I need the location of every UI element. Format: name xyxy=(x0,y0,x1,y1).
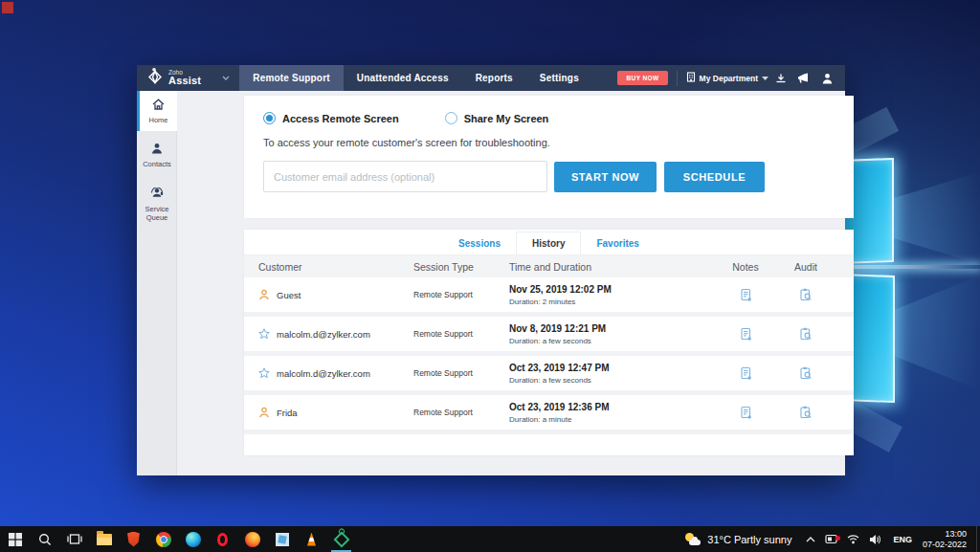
firefox-icon[interactable] xyxy=(237,526,267,552)
show-desktop-button[interactable] xyxy=(976,526,980,552)
table-row[interactable]: malcolm.d@zylker.com Remote Support Oct … xyxy=(244,356,854,395)
volume-icon[interactable] xyxy=(864,534,886,545)
app-main: Access Remote Screen Share My Screen To … xyxy=(177,91,845,475)
caret-down-icon xyxy=(762,77,768,80)
brave-icon[interactable] xyxy=(119,526,148,552)
start-now-button[interactable]: START NOW xyxy=(554,162,657,192)
clock[interactable]: 13:00 07-02-2022 xyxy=(919,529,976,550)
customer-name: malcolm.d@zylker.com xyxy=(277,368,370,379)
tab-unattended-access[interactable]: Unattended Access xyxy=(344,65,462,91)
department-dropdown[interactable]: My Department xyxy=(686,72,768,84)
photos-icon[interactable] xyxy=(267,526,297,552)
tray-date: 07-02-2022 xyxy=(923,540,967,549)
table-row[interactable]: Guest Remote Support Nov 25, 2019 12:02 … xyxy=(244,277,854,317)
home-icon xyxy=(152,97,165,114)
notes-icon[interactable] xyxy=(719,366,772,380)
recording-indicator xyxy=(2,2,13,13)
start-button[interactable] xyxy=(0,526,30,552)
windows-logo-centerline xyxy=(838,265,980,269)
audit-icon[interactable] xyxy=(772,366,839,380)
chrome-icon[interactable] xyxy=(148,526,178,552)
session-panel: Access Remote Screen Share My Screen To … xyxy=(244,96,854,218)
notes-icon[interactable] xyxy=(719,288,772,301)
contacts-icon xyxy=(151,141,163,158)
nav-tabs: Remote Support Unattended Access Reports… xyxy=(239,65,592,91)
brand[interactable]: Zoho Assist xyxy=(137,65,209,91)
notification-badge xyxy=(835,536,840,541)
radio-selected-icon[interactable] xyxy=(263,112,276,124)
customer-email-input[interactable] xyxy=(263,161,547,192)
download-icon[interactable] xyxy=(770,73,791,84)
session-duration: Duration: 2 minutes xyxy=(509,297,719,308)
opera-icon[interactable] xyxy=(208,526,237,552)
task-view-icon[interactable] xyxy=(59,526,89,552)
customer-name: malcolm.d@zylker.com xyxy=(277,329,370,340)
person-icon xyxy=(258,407,270,418)
language-indicator[interactable]: ENG xyxy=(886,535,919,544)
edge-icon[interactable] xyxy=(178,526,208,552)
tab-settings[interactable]: Settings xyxy=(526,65,592,91)
radio-unselected-icon[interactable] xyxy=(445,112,457,124)
session-time: Nov 8, 2019 12:21 PM xyxy=(509,321,719,336)
history-panel: Sessions History Favorites Customer Sess… xyxy=(244,230,854,455)
tray-expand-chevron[interactable] xyxy=(801,537,820,542)
session-type: Remote Support xyxy=(413,290,509,299)
session-type: Remote Support xyxy=(413,329,509,339)
table-row[interactable]: malcolm.d@zylker.com Remote Support Nov … xyxy=(244,317,854,356)
service-queue-icon xyxy=(150,186,164,203)
search-icon[interactable] xyxy=(30,526,59,552)
sidebar-item-label: Service Queue xyxy=(138,205,176,223)
column-customer: Customer xyxy=(258,261,413,273)
star-icon[interactable] xyxy=(258,328,270,340)
sidebar-item-service-queue[interactable]: Service Queue xyxy=(137,180,177,230)
weather-widget[interactable]: 31°C Partly sunny xyxy=(675,533,801,545)
session-duration: Duration: a few seconds xyxy=(509,336,719,347)
notes-icon[interactable] xyxy=(719,327,772,341)
zoho-assist-window: Zoho Assist Remote Support Unattended Ac… xyxy=(137,65,845,475)
tab-history[interactable]: History xyxy=(516,232,581,254)
audit-icon[interactable] xyxy=(772,327,839,341)
zoho-assist-logo-icon xyxy=(146,68,164,89)
table-header: Customer Session Type Time and Duration … xyxy=(244,255,854,277)
chevron-down-icon[interactable] xyxy=(222,65,230,91)
buy-now-button[interactable]: BUY NOW xyxy=(617,71,667,85)
star-icon[interactable] xyxy=(258,367,270,379)
column-audit: Audit xyxy=(772,261,839,273)
sidebar-item-label: Home xyxy=(140,116,178,124)
session-time: Oct 23, 2019 12:36 PM xyxy=(509,400,719,414)
sidebar-item-label: Contacts xyxy=(138,160,176,168)
windows-taskbar: 31°C Partly sunny ENG 13:00 07-02-2022 xyxy=(0,526,980,552)
schedule-button[interactable]: SCHEDULE xyxy=(664,162,765,192)
tab-sessions[interactable]: Sessions xyxy=(443,232,516,254)
column-time-duration: Time and Duration xyxy=(509,261,719,273)
history-tabs: Sessions History Favorites xyxy=(244,230,854,255)
radio-label: Share My Screen xyxy=(464,113,549,124)
vlc-icon[interactable] xyxy=(297,526,326,552)
tab-reports[interactable]: Reports xyxy=(462,65,526,91)
tray-app-icon[interactable] xyxy=(820,534,842,545)
sidebar-item-home[interactable]: Home xyxy=(137,91,177,131)
audit-icon[interactable] xyxy=(772,406,839,419)
partly-sunny-icon xyxy=(684,533,701,545)
session-description: To access your remote customer's screen … xyxy=(263,137,835,148)
notes-icon[interactable] xyxy=(719,406,772,419)
radio-share-my-screen[interactable]: Share My Screen xyxy=(445,112,549,124)
user-icon[interactable] xyxy=(816,73,837,84)
sidebar-item-contacts[interactable]: Contacts xyxy=(137,135,177,175)
tab-favorites[interactable]: Favorites xyxy=(581,232,654,254)
customer-name: Frida xyxy=(277,408,298,418)
radio-access-remote-screen[interactable]: Access Remote Screen xyxy=(263,112,399,124)
table-row[interactable]: Frida Remote Support Oct 23, 2019 12:36 … xyxy=(244,395,854,434)
column-session-type: Session Type xyxy=(413,261,509,273)
app-navbar: Zoho Assist Remote Support Unattended Ac… xyxy=(137,65,845,91)
audit-icon[interactable] xyxy=(772,288,839,301)
network-icon[interactable] xyxy=(842,534,864,544)
tab-remote-support[interactable]: Remote Support xyxy=(239,65,344,91)
session-type: Remote Support xyxy=(413,408,509,417)
announcement-icon[interactable] xyxy=(793,73,814,84)
session-type: Remote Support xyxy=(413,368,509,378)
zoho-assist-taskbar-icon[interactable] xyxy=(326,526,356,552)
file-explorer-icon[interactable] xyxy=(89,526,119,552)
weather-condition: Partly sunny xyxy=(734,534,792,545)
department-label: My Department xyxy=(700,74,758,83)
